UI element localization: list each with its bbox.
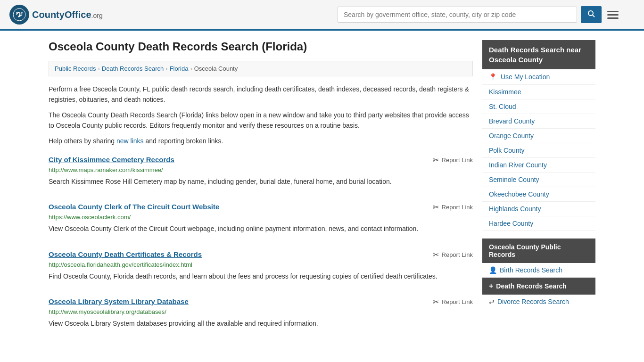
breadcrumb-sep-2: › [165, 65, 167, 72]
search-input[interactable] [338, 7, 577, 23]
menu-button[interactable] [605, 9, 620, 21]
record-url-3: http://osceola.floridahealth.gov/certifi… [49, 261, 473, 268]
sidebar-use-my-location[interactable]: 📍 Use My Location [482, 69, 595, 85]
report-link-label-3: Report Link [442, 251, 473, 258]
svg-line-4 [593, 15, 594, 17]
main-container: Osceola County Death Records Search (Flo… [39, 31, 605, 354]
record-url-4: http://www.myosceolalibrary.org/database… [49, 308, 473, 315]
sidebar-public-records-section: Osceola County Public Records 👤 Birth Re… [482, 239, 595, 309]
sidebar-link-stcloud: St. Cloud [482, 99, 595, 114]
record-header-1: City of Kissimmee Cemetery Records ✂ Rep… [49, 156, 473, 165]
svg-point-0 [13, 8, 25, 21]
indian-river-link[interactable]: Indian River County [489, 161, 547, 169]
sidebar-birth-records: 👤 Birth Records Search [482, 263, 595, 278]
use-my-location-link[interactable]: Use My Location [501, 73, 550, 81]
sidebar-death-records-active[interactable]: + Death Records Search [482, 278, 595, 295]
breadcrumb-florida[interactable]: Florida [170, 65, 189, 72]
content-area: Osceola County Death Records Search (Flo… [49, 40, 473, 345]
sidebar-link-brevard: Brevard County [482, 114, 595, 129]
record-title-3[interactable]: Osceola County Death Certificates & Reco… [49, 250, 202, 258]
record-title-1[interactable]: City of Kissimmee Cemetery Records [49, 156, 174, 164]
description-1: Perform a free Osceola County, FL public… [49, 84, 473, 105]
svg-point-2 [21, 12, 23, 14]
record-url-1: http://www.maps.ramaker.com/kissimmee/ [49, 166, 473, 173]
record-entry-4: Osceola Library System Library Database … [49, 297, 473, 333]
new-links-link[interactable]: new links [116, 137, 144, 145]
sidebar-link-highlands: Highlands County [482, 202, 595, 216]
plus-icon: + [489, 282, 493, 290]
report-link-4[interactable]: ✂ Report Link [433, 297, 473, 306]
record-title-2[interactable]: Osceola County Clerk of The Circuit Cour… [49, 203, 219, 211]
help-text: Help others by sharing new links and rep… [49, 136, 473, 146]
record-header-4: Osceola Library System Library Database … [49, 297, 473, 306]
breadcrumb-death-records[interactable]: Death Records Search [102, 65, 164, 72]
logo-text: CountyOffice.org [32, 9, 103, 20]
kissimmee-link[interactable]: Kissimmee [489, 88, 521, 96]
brevard-link[interactable]: Brevard County [489, 117, 535, 125]
record-desc-3: Find Osceola County, Florida death recor… [49, 271, 473, 281]
description-2: The Osceola County Death Records Search … [49, 110, 473, 131]
record-desc-4: View Osceola Library System databases pr… [49, 318, 473, 329]
location-pin-icon: 📍 [489, 73, 497, 81]
sidebar-public-records-header: Osceola County Public Records [482, 239, 595, 263]
report-icon-2: ✂ [433, 203, 439, 212]
hamburger-line [607, 11, 619, 12]
search-icon [587, 10, 595, 17]
death-records-active-label: Death Records Search [496, 282, 566, 290]
svg-point-1 [16, 12, 18, 14]
sidebar-link-orange: Orange County [482, 129, 595, 143]
search-button[interactable] [581, 6, 602, 23]
search-area [338, 6, 620, 23]
sidebar-link-polk: Polk County [482, 143, 595, 158]
sidebar-link-okeechobee: Okeechobee County [482, 187, 595, 202]
breadcrumb: Public Records › Death Records Search › … [49, 61, 473, 76]
sidebar-link-hardee: Hardee County [482, 216, 595, 231]
report-link-2[interactable]: ✂ Report Link [433, 203, 473, 212]
report-link-1[interactable]: ✂ Report Link [433, 156, 473, 165]
record-desc-2: View Osceola County Clerk of the Circuit… [49, 223, 473, 234]
record-desc-1: Search Kissimmee Rose Hill Cemetery map … [49, 176, 473, 187]
logo-icon [9, 5, 29, 25]
record-title-4[interactable]: Osceola Library System Library Database [49, 297, 189, 305]
report-link-label-1: Report Link [442, 156, 473, 164]
logo-area: CountyOffice.org [9, 5, 103, 25]
divorce-records-link[interactable]: Divorce Records Search [497, 298, 569, 305]
sidebar-nearby-section: Death Records Search near Osceola County… [482, 40, 595, 231]
hamburger-line [607, 17, 619, 19]
help-text-prefix: Help others by sharing [49, 137, 116, 145]
record-header-2: Osceola County Clerk of The Circuit Cour… [49, 203, 473, 212]
breadcrumb-sep-3: › [190, 65, 192, 72]
record-entry-1: City of Kissimmee Cemetery Records ✂ Rep… [49, 156, 473, 191]
sidebar-link-seminole: Seminole County [482, 173, 595, 187]
help-text-suffix: and reporting broken links. [144, 137, 223, 145]
sidebar-link-indian-river: Indian River County [482, 158, 595, 173]
breadcrumb-current: Osceola County [194, 65, 238, 72]
sidebar-nearby-header: Death Records Search near Osceola County [482, 40, 595, 69]
site-header: CountyOffice.org [0, 0, 644, 31]
report-link-label-4: Report Link [442, 298, 473, 305]
person-icon: 👤 [489, 266, 497, 274]
record-header-3: Osceola County Death Certificates & Reco… [49, 250, 473, 259]
orange-link[interactable]: Orange County [489, 132, 534, 140]
polk-link[interactable]: Polk County [489, 147, 524, 154]
record-url-2: https://www.osceolaclerk.com/ [49, 214, 473, 221]
hardee-link[interactable]: Hardee County [489, 220, 533, 227]
hamburger-line [607, 14, 619, 16]
report-link-label-2: Report Link [442, 204, 473, 211]
sidebar-link-kissimmee: Kissimmee [482, 85, 595, 99]
birth-records-link[interactable]: Birth Records Search [500, 266, 562, 274]
stcloud-link[interactable]: St. Cloud [489, 103, 516, 110]
sidebar-divorce-records: ⇄ Divorce Records Search [482, 295, 595, 309]
okeechobee-link[interactable]: Okeechobee County [489, 190, 549, 198]
seminole-link[interactable]: Seminole County [489, 176, 539, 183]
record-entry-3: Osceola County Death Certificates & Reco… [49, 250, 473, 286]
report-icon-1: ✂ [433, 156, 439, 165]
highlands-link[interactable]: Highlands County [489, 205, 541, 213]
breadcrumb-public-records[interactable]: Public Records [55, 65, 96, 72]
record-entry-2: Osceola County Clerk of The Circuit Cour… [49, 203, 473, 239]
logo-svg [13, 8, 26, 21]
svg-point-3 [588, 11, 593, 16]
arrows-icon: ⇄ [489, 298, 495, 305]
report-icon-4: ✂ [433, 297, 439, 306]
report-link-3[interactable]: ✂ Report Link [433, 250, 473, 259]
